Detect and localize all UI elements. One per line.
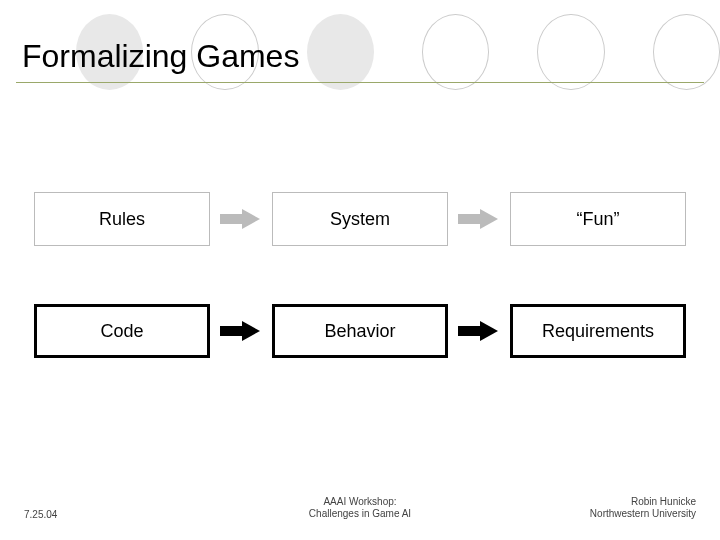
footer: 7.25.04 AAAI Workshop: Challenges in Gam… <box>0 496 720 520</box>
slide: Formalizing Games Rules System “Fun” Cod… <box>0 0 720 540</box>
diagram: Rules System “Fun” Code Behavior Require… <box>0 192 720 358</box>
diagram-row: Rules System “Fun” <box>0 192 720 246</box>
circle-icon <box>537 14 604 90</box>
box-fun: “Fun” <box>510 192 686 246</box>
slide-title: Formalizing Games <box>22 38 299 75</box>
arrow-right-icon <box>220 210 262 228</box>
box-rules: Rules <box>34 192 210 246</box>
box-requirements: Requirements <box>510 304 686 358</box>
footer-date: 7.25.04 <box>24 509 57 520</box>
footer-workshop-line1: AAAI Workshop: <box>309 496 411 508</box>
diagram-row: Code Behavior Requirements <box>0 304 720 358</box>
footer-affiliation: Northwestern University <box>590 508 696 520</box>
circle-icon <box>307 14 374 90</box>
circle-icon <box>422 14 489 90</box>
footer-right: Robin Hunicke Northwestern University <box>590 496 696 520</box>
arrow-right-icon <box>458 322 500 340</box>
footer-author: Robin Hunicke <box>590 496 696 508</box>
title-underline <box>16 82 704 83</box>
arrow-right-icon <box>458 210 500 228</box>
box-system: System <box>272 192 448 246</box>
footer-center: AAAI Workshop: Challenges in Game AI <box>309 496 411 520</box>
circle-icon <box>653 14 720 90</box>
arrow-right-icon <box>220 322 262 340</box>
box-behavior: Behavior <box>272 304 448 358</box>
box-code: Code <box>34 304 210 358</box>
footer-workshop-line2: Challenges in Game AI <box>309 508 411 520</box>
